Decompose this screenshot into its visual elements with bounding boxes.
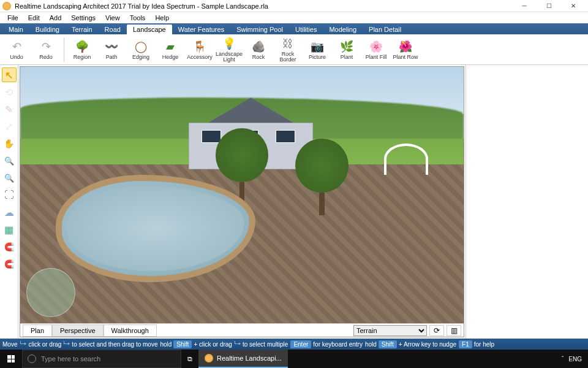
tab-landscape[interactable]: Landscape bbox=[127, 25, 172, 34]
start-button[interactable] bbox=[0, 350, 22, 368]
mouse-icon: ⮡ bbox=[234, 340, 241, 348]
tray-chevron-icon: ˆ bbox=[562, 356, 564, 362]
hedge-button[interactable]: Hedge bbox=[156, 36, 184, 64]
hedge-icon bbox=[163, 39, 178, 54]
redo-button[interactable]: Redo bbox=[32, 36, 60, 64]
app-icon bbox=[205, 354, 213, 362]
snap-tool-2[interactable] bbox=[2, 256, 17, 271]
plant-button[interactable]: Plant bbox=[333, 36, 361, 64]
edit-points-tool[interactable] bbox=[2, 102, 17, 117]
house-window bbox=[276, 130, 295, 143]
tab-plan-detail[interactable]: Plan Detail bbox=[363, 25, 407, 34]
task-view-button[interactable]: ⧉ bbox=[181, 350, 198, 368]
rock-icon bbox=[251, 39, 266, 54]
picture-icon bbox=[310, 39, 325, 54]
menu-tools[interactable]: Tools bbox=[125, 13, 151, 23]
tab-swimming-pool[interactable]: Swimming Pool bbox=[230, 25, 289, 34]
title-bar: Realtime Landscaping Architect 2017 Tria… bbox=[0, 0, 588, 12]
snap-tool[interactable] bbox=[2, 239, 17, 254]
zoom-tool[interactable] bbox=[2, 153, 17, 168]
rock-button[interactable]: Rock bbox=[244, 36, 273, 64]
viewport-container: Plan Perspective Walkthrough Terrain ⟳ ▥ bbox=[20, 66, 464, 337]
view-options-button[interactable]: ▥ bbox=[447, 325, 461, 336]
tab-modeling[interactable]: Modeling bbox=[323, 25, 363, 34]
plant-fill-button[interactable]: Plant Fill bbox=[362, 36, 390, 64]
select-tool[interactable] bbox=[2, 67, 17, 82]
viewport-bottom-bar: Plan Perspective Walkthrough Terrain ⟳ ▥ bbox=[20, 323, 464, 337]
menu-help[interactable]: Help bbox=[150, 13, 174, 23]
windows-taskbar: Type here to search ⧉ Realtime Landscapi… bbox=[0, 350, 588, 368]
shift-key: Shift bbox=[173, 340, 192, 348]
close-button[interactable]: ✕ bbox=[561, 0, 586, 12]
toolbar: Undo Redo Region Path Edging Hedge Acces… bbox=[0, 34, 588, 65]
light-icon bbox=[222, 36, 236, 51]
search-icon bbox=[28, 355, 36, 363]
tab-road[interactable]: Road bbox=[99, 25, 127, 34]
menu-edit[interactable]: Edit bbox=[23, 13, 45, 23]
view-tab-perspective[interactable]: Perspective bbox=[52, 324, 103, 337]
scene-tree bbox=[295, 139, 349, 215]
landscape-light-button[interactable]: Landscape Light bbox=[215, 36, 243, 64]
taskbar-app[interactable]: Realtime Landscapi... bbox=[198, 350, 288, 368]
menu-view[interactable]: View bbox=[100, 13, 125, 23]
accessory-icon bbox=[192, 39, 207, 54]
region-icon bbox=[75, 39, 89, 54]
redo-icon bbox=[39, 39, 53, 54]
navigation-widget[interactable] bbox=[26, 268, 75, 317]
menu-add[interactable]: Add bbox=[45, 13, 67, 23]
properties-panel bbox=[466, 65, 588, 339]
grid-tool[interactable] bbox=[2, 222, 17, 237]
main-area: Plan Perspective Walkthrough Terrain ⟳ ▥ bbox=[0, 65, 588, 339]
menu-settings[interactable]: Settings bbox=[66, 13, 100, 23]
left-toolbar bbox=[0, 65, 18, 339]
environment-tool[interactable] bbox=[2, 205, 17, 220]
minimize-button[interactable]: ─ bbox=[512, 0, 537, 12]
tab-terrain[interactable]: Terrain bbox=[66, 25, 99, 34]
scale-tool[interactable] bbox=[2, 119, 17, 134]
pan-tool[interactable] bbox=[2, 136, 17, 151]
plant-row-icon bbox=[398, 39, 413, 54]
status-bar: Move ⮡click or drag⮡to select and then d… bbox=[0, 339, 588, 350]
status-mode: Move bbox=[2, 341, 17, 348]
system-tray[interactable]: ˆENG bbox=[556, 356, 588, 362]
menu-bar: File Edit Add Settings View Tools Help bbox=[0, 12, 588, 23]
taskbar-search[interactable]: Type here to search bbox=[22, 350, 181, 368]
region-button[interactable]: Region bbox=[68, 36, 96, 64]
enter-key: Enter bbox=[290, 340, 311, 348]
menu-file[interactable]: File bbox=[2, 13, 23, 23]
view-tab-plan[interactable]: Plan bbox=[23, 324, 52, 337]
tab-main[interactable]: Main bbox=[2, 25, 29, 34]
layer-select[interactable]: Terrain bbox=[353, 325, 427, 336]
rock-border-button[interactable]: Rock Border bbox=[274, 36, 302, 64]
undo-icon bbox=[9, 39, 24, 54]
shift-key: Shift bbox=[379, 340, 397, 348]
picture-button[interactable]: Picture bbox=[303, 36, 331, 64]
edging-button[interactable]: Edging bbox=[127, 36, 155, 64]
zoom-extents-tool[interactable] bbox=[2, 188, 17, 202]
rock-border-icon bbox=[281, 36, 295, 51]
rotate-tool[interactable] bbox=[2, 85, 17, 99]
plant-row-button[interactable]: Plant Row bbox=[391, 36, 420, 64]
category-tabs: Main Building Terrain Road Landscape Wat… bbox=[0, 23, 588, 34]
maximize-button[interactable]: ☐ bbox=[537, 0, 561, 12]
edging-icon bbox=[134, 39, 148, 54]
zoom-out-tool[interactable] bbox=[2, 171, 17, 185]
f1-key: F1 bbox=[459, 340, 472, 348]
tab-water-features[interactable]: Water Features bbox=[172, 25, 230, 34]
tab-building[interactable]: Building bbox=[29, 25, 66, 34]
scene-arbor bbox=[384, 144, 428, 195]
mouse-icon: ⮡ bbox=[63, 340, 70, 348]
view-tab-walkthrough[interactable]: Walkthrough bbox=[104, 324, 157, 337]
mouse-icon: ⮡ bbox=[20, 340, 26, 348]
plant-icon bbox=[339, 39, 354, 54]
accessory-button[interactable]: Accessory bbox=[186, 36, 214, 64]
undo-button[interactable]: Undo bbox=[2, 36, 31, 64]
plant-fill-icon bbox=[369, 39, 383, 54]
3d-viewport[interactable] bbox=[20, 67, 464, 323]
refresh-view-button[interactable]: ⟳ bbox=[429, 325, 444, 336]
windows-icon bbox=[7, 355, 15, 362]
window-title: Realtime Landscaping Architect 2017 Tria… bbox=[15, 2, 512, 10]
path-button[interactable]: Path bbox=[97, 36, 126, 64]
toolbar-separator bbox=[64, 37, 64, 62]
tab-utilities[interactable]: Utilities bbox=[289, 25, 323, 34]
